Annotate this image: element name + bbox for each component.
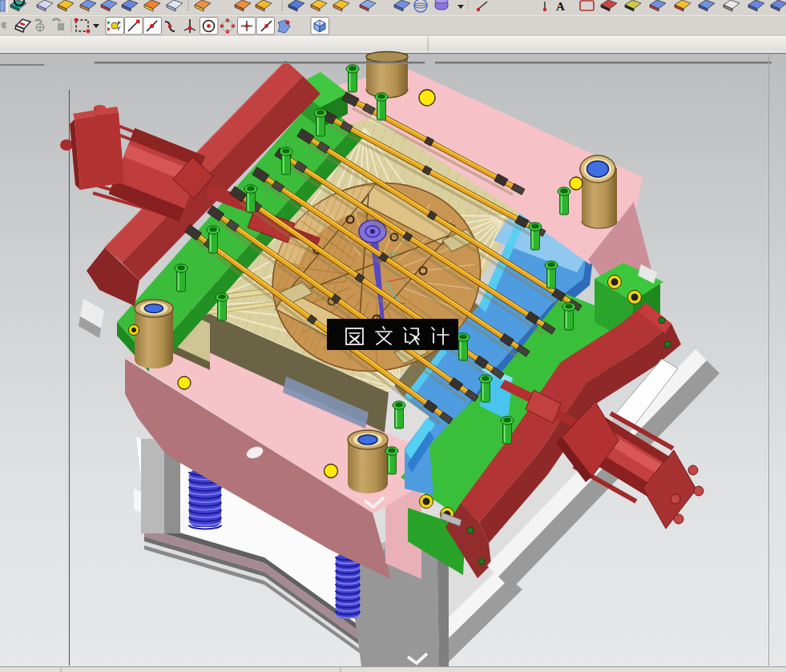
svg-text:A: A xyxy=(556,0,565,13)
svg-text:YC: YC xyxy=(389,251,397,258)
